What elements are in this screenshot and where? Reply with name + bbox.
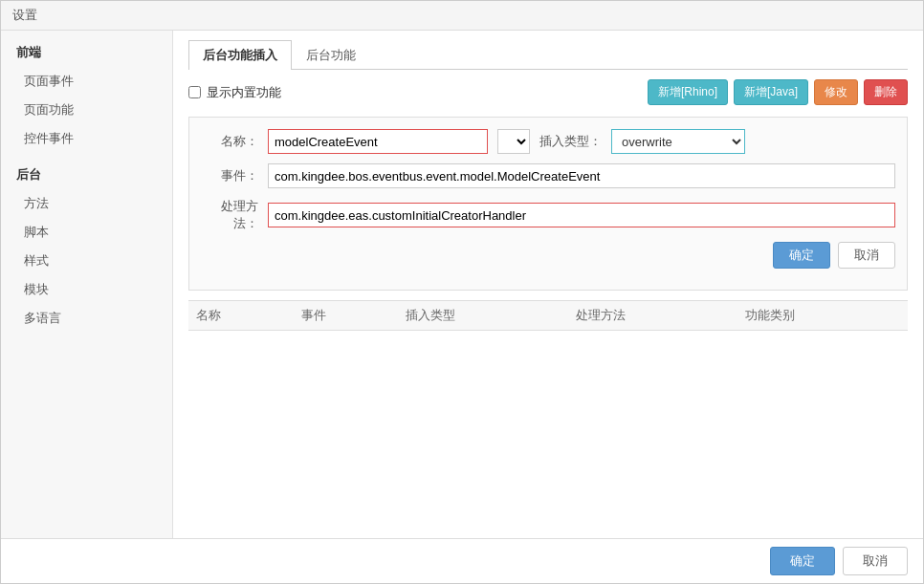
show-builtin-checkbox[interactable] [188, 86, 201, 98]
form-row-name: 名称： 插入类型： overwrite before after [201, 129, 895, 154]
col-header-insert-type: 插入类型 [398, 301, 568, 331]
sidebar-item-multilang[interactable]: 多语言 [1, 304, 172, 333]
form-cancel-button[interactable]: 取消 [838, 242, 895, 269]
table-area: 名称 事件 插入类型 处理方法 功能类别 [188, 300, 908, 529]
form-row-method: 处理方法： [201, 198, 895, 232]
show-builtin-row: 显示内置功能 [188, 84, 281, 101]
name-dropdown[interactable] [497, 129, 530, 154]
tab-backend-function[interactable]: 后台功能 [292, 40, 370, 70]
bottom-cancel-button[interactable]: 取消 [843, 547, 908, 575]
name-label: 名称： [201, 133, 258, 150]
toolbar-buttons: 新增[Rhino] 新增[Java] 修改 删除 [648, 79, 908, 105]
sidebar-item-control-event[interactable]: 控件事件 [1, 124, 172, 153]
bottom-bar: 确定 取消 [1, 538, 923, 583]
delete-button[interactable]: 删除 [864, 79, 908, 105]
bottom-confirm-button[interactable]: 确定 [770, 547, 835, 575]
form-area: 名称： 插入类型： overwrite before after 事件： [188, 117, 908, 291]
toolbar-row: 显示内置功能 新增[Rhino] 新增[Java] 修改 删除 [188, 79, 908, 105]
content-area: 前端 页面事件 页面功能 控件事件 后台 方法 脚本 样式 [1, 31, 923, 538]
tab-bar: 后台功能插入 后台功能 [188, 40, 908, 70]
col-header-name: 名称 [188, 301, 294, 331]
sidebar-item-module[interactable]: 模块 [1, 275, 172, 304]
table-header-row: 名称 事件 插入类型 处理方法 功能类别 [188, 301, 908, 331]
sidebar-item-style[interactable]: 样式 [1, 247, 172, 275]
name-input[interactable] [268, 129, 488, 154]
window-title: 设置 [12, 8, 37, 22]
sidebar-item-page-event[interactable]: 页面事件 [1, 67, 172, 96]
form-confirm-row: 确定 取消 [201, 242, 895, 269]
method-label: 处理方法： [201, 198, 258, 232]
main-window: 设置 前端 页面事件 页面功能 控件事件 后台 方法 脚本 [0, 0, 924, 584]
event-input[interactable] [268, 163, 895, 188]
edit-button[interactable]: 修改 [814, 79, 858, 105]
sidebar-item-page-function[interactable]: 页面功能 [1, 96, 172, 124]
sidebar-header-backend[interactable]: 后台 [1, 161, 172, 189]
main-panel: 后台功能插入 后台功能 显示内置功能 新增[Rhino] 新增[Java] 修改… [173, 31, 923, 538]
sidebar-header-frontend[interactable]: 前端 [1, 38, 172, 67]
tab-backend-insert[interactable]: 后台功能插入 [188, 40, 292, 70]
sidebar-item-script[interactable]: 脚本 [1, 218, 172, 247]
show-builtin-label: 显示内置功能 [207, 84, 281, 101]
title-bar: 设置 [1, 1, 923, 31]
data-table: 名称 事件 插入类型 处理方法 功能类别 [188, 301, 908, 331]
form-row-event: 事件： [201, 163, 895, 188]
new-rhino-button[interactable]: 新增[Rhino] [648, 79, 728, 105]
sidebar: 前端 页面事件 页面功能 控件事件 后台 方法 脚本 样式 [1, 31, 173, 538]
insert-type-label: 插入类型： [539, 133, 602, 150]
form-confirm-button[interactable]: 确定 [773, 242, 830, 269]
insert-type-select[interactable]: overwrite before after [611, 129, 745, 154]
col-header-event: 事件 [294, 301, 399, 331]
new-java-button[interactable]: 新增[Java] [734, 79, 808, 105]
sidebar-item-method[interactable]: 方法 [1, 189, 172, 218]
col-header-category: 功能类别 [737, 301, 908, 331]
col-header-method: 处理方法 [568, 301, 738, 331]
event-label: 事件： [201, 167, 258, 184]
method-input[interactable] [268, 203, 895, 227]
